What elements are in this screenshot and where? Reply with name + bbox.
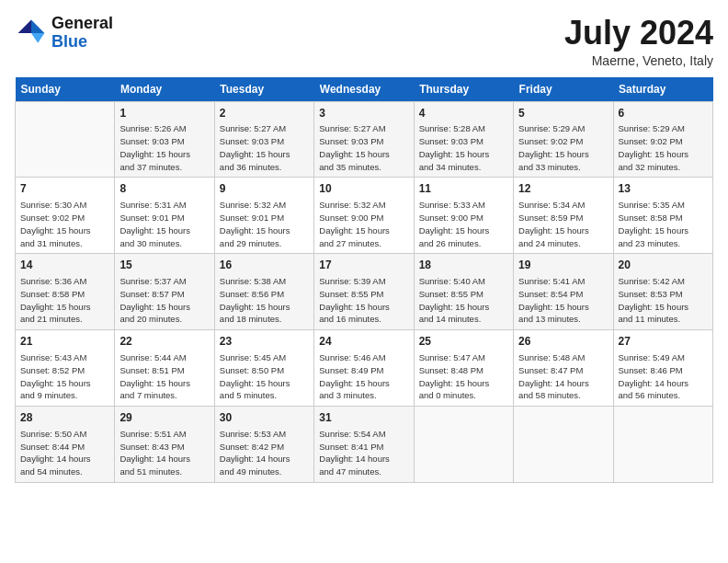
title-block: July 2024 Maerne, Veneto, Italy xyxy=(564,15,713,68)
day-number: 9 xyxy=(220,181,309,197)
day-number: 16 xyxy=(220,258,309,273)
calendar-cell: 24Sunrise: 5:46 AM Sunset: 8:49 PM Dayli… xyxy=(314,330,414,407)
weekday-header-sunday: Sunday xyxy=(16,77,115,102)
day-info: Sunrise: 5:46 AM Sunset: 8:49 PM Dayligh… xyxy=(319,351,408,402)
calendar-cell: 10Sunrise: 5:32 AM Sunset: 9:00 PM Dayli… xyxy=(314,178,414,254)
calendar-cell: 21Sunrise: 5:43 AM Sunset: 8:52 PM Dayli… xyxy=(16,330,115,407)
day-number: 8 xyxy=(119,181,209,197)
calendar-cell: 29Sunrise: 5:51 AM Sunset: 8:43 PM Dayli… xyxy=(115,407,214,483)
day-number: 25 xyxy=(419,334,508,350)
day-number: 19 xyxy=(518,258,608,273)
day-number: 7 xyxy=(20,181,109,197)
month-year: July 2024 xyxy=(564,15,713,52)
day-info: Sunrise: 5:48 AM Sunset: 8:47 PM Dayligh… xyxy=(518,351,608,402)
day-info: Sunrise: 5:36 AM Sunset: 8:58 PM Dayligh… xyxy=(20,275,109,326)
day-number: 23 xyxy=(220,334,309,350)
weekday-header-saturday: Saturday xyxy=(613,77,712,102)
page-header: General Blue July 2024 Maerne, Veneto, I… xyxy=(15,15,713,68)
calendar-week-4: 21Sunrise: 5:43 AM Sunset: 8:52 PM Dayli… xyxy=(16,330,713,407)
day-number: 31 xyxy=(319,410,408,426)
day-info: Sunrise: 5:44 AM Sunset: 8:51 PM Dayligh… xyxy=(119,351,209,402)
calendar-week-1: 1Sunrise: 5:26 AM Sunset: 9:03 PM Daylig… xyxy=(16,101,713,178)
calendar-cell xyxy=(514,407,613,483)
calendar-cell: 15Sunrise: 5:37 AM Sunset: 8:57 PM Dayli… xyxy=(115,254,214,330)
calendar-cell xyxy=(414,407,513,483)
day-info: Sunrise: 5:27 AM Sunset: 9:03 PM Dayligh… xyxy=(220,122,309,173)
calendar-cell: 6Sunrise: 5:29 AM Sunset: 9:02 PM Daylig… xyxy=(613,101,712,178)
day-info: Sunrise: 5:26 AM Sunset: 9:03 PM Dayligh… xyxy=(119,122,209,173)
day-number: 21 xyxy=(20,334,109,350)
day-number: 5 xyxy=(518,106,608,121)
calendar-cell: 3Sunrise: 5:27 AM Sunset: 9:03 PM Daylig… xyxy=(314,101,414,178)
day-number: 4 xyxy=(419,106,508,121)
day-number: 12 xyxy=(518,181,608,197)
day-info: Sunrise: 5:32 AM Sunset: 9:00 PM Dayligh… xyxy=(319,199,408,249)
weekday-header-wednesday: Wednesday xyxy=(314,77,414,102)
calendar-cell: 5Sunrise: 5:29 AM Sunset: 9:02 PM Daylig… xyxy=(514,101,613,178)
weekday-header-friday: Friday xyxy=(514,77,613,102)
day-info: Sunrise: 5:38 AM Sunset: 8:56 PM Dayligh… xyxy=(220,275,309,326)
day-info: Sunrise: 5:35 AM Sunset: 8:58 PM Dayligh… xyxy=(619,199,708,249)
calendar-body: 1Sunrise: 5:26 AM Sunset: 9:03 PM Daylig… xyxy=(16,101,713,482)
day-info: Sunrise: 5:37 AM Sunset: 8:57 PM Dayligh… xyxy=(119,275,209,326)
svg-marker-0 xyxy=(31,19,44,32)
calendar-week-3: 14Sunrise: 5:36 AM Sunset: 8:58 PM Dayli… xyxy=(16,254,713,330)
day-number: 17 xyxy=(319,258,408,273)
calendar-table: SundayMondayTuesdayWednesdayThursdayFrid… xyxy=(15,77,713,483)
day-info: Sunrise: 5:27 AM Sunset: 9:03 PM Dayligh… xyxy=(319,122,408,173)
calendar-cell: 2Sunrise: 5:27 AM Sunset: 9:03 PM Daylig… xyxy=(214,101,313,178)
calendar-cell xyxy=(16,101,115,178)
day-info: Sunrise: 5:28 AM Sunset: 9:03 PM Dayligh… xyxy=(419,122,508,173)
logo: General Blue xyxy=(15,15,113,52)
day-number: 14 xyxy=(20,258,109,273)
calendar-cell: 7Sunrise: 5:30 AM Sunset: 9:02 PM Daylig… xyxy=(16,178,115,254)
svg-marker-2 xyxy=(18,19,31,32)
day-info: Sunrise: 5:29 AM Sunset: 9:02 PM Dayligh… xyxy=(619,122,708,173)
day-number: 29 xyxy=(119,410,209,426)
day-number: 20 xyxy=(619,258,708,273)
day-info: Sunrise: 5:43 AM Sunset: 8:52 PM Dayligh… xyxy=(20,351,109,402)
calendar-cell: 30Sunrise: 5:53 AM Sunset: 8:42 PM Dayli… xyxy=(214,407,313,483)
calendar-week-5: 28Sunrise: 5:50 AM Sunset: 8:44 PM Dayli… xyxy=(16,407,713,483)
day-info: Sunrise: 5:33 AM Sunset: 9:00 PM Dayligh… xyxy=(419,199,508,249)
day-number: 28 xyxy=(20,410,109,426)
calendar-cell xyxy=(613,407,712,483)
day-number: 10 xyxy=(319,181,408,197)
day-number: 3 xyxy=(319,106,408,121)
day-number: 13 xyxy=(619,181,708,197)
calendar-cell: 19Sunrise: 5:41 AM Sunset: 8:54 PM Dayli… xyxy=(514,254,613,330)
day-number: 24 xyxy=(319,334,408,350)
calendar-cell: 23Sunrise: 5:45 AM Sunset: 8:50 PM Dayli… xyxy=(214,330,313,407)
calendar-cell: 28Sunrise: 5:50 AM Sunset: 8:44 PM Dayli… xyxy=(16,407,115,483)
calendar-cell: 14Sunrise: 5:36 AM Sunset: 8:58 PM Dayli… xyxy=(16,254,115,330)
calendar-cell: 26Sunrise: 5:48 AM Sunset: 8:47 PM Dayli… xyxy=(514,330,613,407)
day-number: 6 xyxy=(619,106,708,121)
calendar-cell: 27Sunrise: 5:49 AM Sunset: 8:46 PM Dayli… xyxy=(613,330,712,407)
day-info: Sunrise: 5:29 AM Sunset: 9:02 PM Dayligh… xyxy=(518,122,608,173)
day-info: Sunrise: 5:53 AM Sunset: 8:42 PM Dayligh… xyxy=(220,428,309,478)
calendar-header: SundayMondayTuesdayWednesdayThursdayFrid… xyxy=(16,77,713,102)
day-number: 11 xyxy=(419,181,508,197)
logo-icon xyxy=(15,17,48,50)
weekday-header-thursday: Thursday xyxy=(414,77,513,102)
day-info: Sunrise: 5:39 AM Sunset: 8:55 PM Dayligh… xyxy=(319,275,408,326)
weekday-header-tuesday: Tuesday xyxy=(214,77,313,102)
svg-marker-1 xyxy=(31,33,44,43)
day-info: Sunrise: 5:32 AM Sunset: 9:01 PM Dayligh… xyxy=(220,199,309,249)
day-info: Sunrise: 5:31 AM Sunset: 9:01 PM Dayligh… xyxy=(119,199,209,249)
calendar-cell: 22Sunrise: 5:44 AM Sunset: 8:51 PM Dayli… xyxy=(115,330,214,407)
calendar-cell: 18Sunrise: 5:40 AM Sunset: 8:55 PM Dayli… xyxy=(414,254,513,330)
calendar-cell: 25Sunrise: 5:47 AM Sunset: 8:48 PM Dayli… xyxy=(414,330,513,407)
day-info: Sunrise: 5:45 AM Sunset: 8:50 PM Dayligh… xyxy=(220,351,309,402)
day-number: 22 xyxy=(119,334,209,350)
day-info: Sunrise: 5:49 AM Sunset: 8:46 PM Dayligh… xyxy=(619,351,708,402)
day-number: 30 xyxy=(220,410,309,426)
day-info: Sunrise: 5:34 AM Sunset: 8:59 PM Dayligh… xyxy=(518,199,608,249)
day-number: 2 xyxy=(220,106,309,121)
day-number: 18 xyxy=(419,258,508,273)
logo-text: General Blue xyxy=(51,15,113,52)
calendar-cell: 16Sunrise: 5:38 AM Sunset: 8:56 PM Dayli… xyxy=(214,254,313,330)
weekday-header-monday: Monday xyxy=(115,77,214,102)
calendar-cell: 20Sunrise: 5:42 AM Sunset: 8:53 PM Dayli… xyxy=(613,254,712,330)
calendar-week-2: 7Sunrise: 5:30 AM Sunset: 9:02 PM Daylig… xyxy=(16,178,713,254)
